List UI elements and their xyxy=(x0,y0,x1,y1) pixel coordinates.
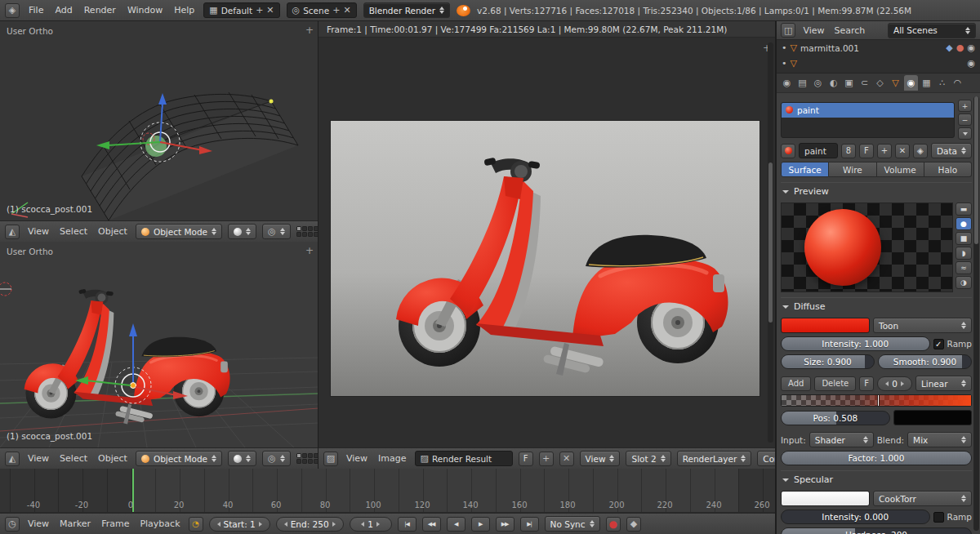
tab-texture[interactable]: ▦ xyxy=(920,75,933,91)
rewind-keyframe-button[interactable]: ◀◀ xyxy=(422,517,441,532)
menu-object[interactable]: Object xyxy=(96,226,130,237)
render-restrict-icon[interactable]: ◉ xyxy=(967,59,975,68)
menu-select[interactable]: Select xyxy=(57,226,90,237)
ramp-add-button[interactable]: Add xyxy=(781,376,811,391)
tab-material[interactable]: ◉ xyxy=(904,75,918,91)
ramp-factor-slider[interactable]: Factor: 1.000 xyxy=(781,451,972,465)
specular-color-swatch[interactable] xyxy=(781,491,870,506)
add-scene-icon[interactable]: + xyxy=(332,6,340,15)
panel-header-preview[interactable]: Preview xyxy=(781,182,972,199)
diffuse-intensity-slider[interactable]: Intensity: 1.000 xyxy=(781,336,930,351)
render-pass-dropdown[interactable]: Combined xyxy=(757,451,775,466)
scene-field[interactable]: ◎ Scene + ✕ xyxy=(287,2,357,18)
screen-layout-field[interactable]: ▦ Default + ✕ xyxy=(203,2,279,18)
specular-ramp-checkbox[interactable] xyxy=(933,512,944,523)
material-slot-list[interactable]: paint xyxy=(781,102,955,138)
new-material-button[interactable]: + xyxy=(877,144,892,158)
tab-object-data[interactable]: ▽ xyxy=(889,75,902,91)
forward-keyframe-button[interactable]: ▶▶ xyxy=(496,517,514,532)
specular-intensity-slider[interactable]: Intensity: 0.000 xyxy=(781,510,930,524)
panel-header-diffuse[interactable]: Diffuse xyxy=(781,297,972,314)
editor-mode-dropdown[interactable]: View xyxy=(580,451,621,466)
menu-frame[interactable]: Frame xyxy=(99,518,131,529)
remove-material-slot-button[interactable]: − xyxy=(958,113,972,126)
ramp-blend-dropdown[interactable]: Mix xyxy=(907,432,972,447)
ramp-index-stepper[interactable]: 0 xyxy=(877,376,912,391)
unlink-material-button[interactable]: ✕ xyxy=(895,144,910,158)
preview-monkey-button[interactable]: ◗ xyxy=(956,247,972,260)
material-name-field[interactable]: paint xyxy=(799,143,838,158)
specular-shader-dropdown[interactable]: CookTorr xyxy=(873,491,972,506)
preview-sphere-button[interactable]: ● xyxy=(956,217,972,230)
menu-render[interactable]: Render xyxy=(82,5,118,16)
preview-range-button[interactable]: ◔ xyxy=(189,517,203,532)
preview-world-button[interactable]: ◑ xyxy=(956,276,972,289)
toon-smooth-slider[interactable]: Smooth: 0.900 xyxy=(878,354,972,369)
viewport-shading-dropdown[interactable] xyxy=(228,451,256,466)
diffuse-color-swatch[interactable] xyxy=(781,318,870,333)
toon-size-slider[interactable]: Size: 0.900 xyxy=(781,354,875,369)
ramp-position-slider[interactable]: Pos: 0.508 xyxy=(781,411,890,425)
preview-hair-button[interactable]: ≈ xyxy=(956,261,972,274)
menu-file[interactable]: File xyxy=(26,5,46,16)
editor-type-button[interactable]: ▨ xyxy=(323,452,338,466)
menu-playback[interactable]: Playback xyxy=(137,518,182,529)
outliner-filter-dropdown[interactable]: All Scenes xyxy=(888,23,976,38)
render-engine-dropdown[interactable]: Blender Render xyxy=(363,2,450,18)
diffuse-ramp-checkbox[interactable]: ✓ xyxy=(933,339,944,349)
viewport-shading-dropdown[interactable] xyxy=(228,224,256,239)
new-image-button[interactable]: + xyxy=(539,452,554,466)
unlink-image-button[interactable]: ✕ xyxy=(559,452,574,466)
close-layout-icon[interactable]: ✕ xyxy=(266,6,274,15)
specular-hardness-slider[interactable]: Hardness: 200 xyxy=(781,527,972,534)
tab-object[interactable]: ▣ xyxy=(842,75,856,91)
image-editor-canvas[interactable]: + xyxy=(318,38,775,447)
type-volume-button[interactable]: Volume xyxy=(877,162,924,177)
menu-help[interactable]: Help xyxy=(172,5,197,16)
menu-image[interactable]: Image xyxy=(376,453,408,464)
mode-dropdown[interactable]: Object Mode xyxy=(136,224,222,239)
menu-object[interactable]: Object xyxy=(96,453,130,464)
type-surface-button[interactable]: Surface xyxy=(781,162,829,177)
region-expand-icon[interactable]: + xyxy=(305,245,314,256)
add-layout-icon[interactable]: + xyxy=(256,6,263,15)
pivot-dropdown[interactable]: ◎ xyxy=(262,224,291,239)
jump-to-start-button[interactable]: |◀ xyxy=(398,517,416,532)
frame-start-field[interactable]: Start: 1 xyxy=(209,517,270,532)
menu-view[interactable]: View xyxy=(344,453,370,464)
browse-material-button[interactable] xyxy=(781,144,795,158)
tab-scene[interactable]: ◎ xyxy=(811,75,825,91)
editor-type-button[interactable]: ◭ xyxy=(5,225,20,239)
outliner-item-partial[interactable]: • ▽ ◉ xyxy=(777,56,980,71)
tab-physics[interactable]: ◠ xyxy=(951,75,964,91)
play-reverse-button[interactable]: ◀ xyxy=(447,517,466,532)
render-slot-dropdown[interactable]: Slot 2 xyxy=(626,451,670,466)
timeline-ruler[interactable]: -40 -20 0 20 40 60 80 100 120 140 160 18… xyxy=(0,469,775,513)
tab-particles[interactable]: ∴ xyxy=(935,75,949,91)
layers-widget[interactable] xyxy=(296,226,318,237)
frame-end-field[interactable]: End: 250 xyxy=(276,517,344,532)
record-button[interactable]: ● xyxy=(606,517,621,532)
menu-marker[interactable]: Marker xyxy=(57,518,93,529)
mode-dropdown[interactable]: Object Mode xyxy=(136,451,222,466)
menu-select[interactable]: Select xyxy=(57,453,90,464)
layers-widget[interactable] xyxy=(296,453,318,464)
diffuse-shader-dropdown[interactable]: Toon xyxy=(873,318,972,333)
pin-id-button[interactable]: ◈ xyxy=(913,144,928,158)
properties-scrollbar[interactable] xyxy=(973,96,979,531)
menu-search[interactable]: Search xyxy=(832,25,868,36)
pivot-dropdown[interactable]: ◎ xyxy=(262,451,291,466)
type-wire-button[interactable]: Wire xyxy=(829,162,876,177)
add-material-slot-button[interactable]: + xyxy=(958,100,972,112)
sync-dropdown[interactable]: No Sync xyxy=(545,516,600,532)
editor-type-button[interactable]: ◭ xyxy=(5,452,20,466)
outliner-item[interactable]: • ▽ marmitta.001 ◆ ● ◉ xyxy=(777,40,980,56)
ramp-stop-marker[interactable] xyxy=(878,395,879,406)
menu-view[interactable]: View xyxy=(25,226,51,237)
material-slot-active[interactable]: paint xyxy=(782,103,954,118)
tab-constraints[interactable]: ⊂ xyxy=(858,75,871,91)
preview-flat-button[interactable]: ▬ xyxy=(956,202,972,216)
menu-window[interactable]: Window xyxy=(125,5,165,16)
menu-view[interactable]: View xyxy=(25,518,51,529)
preview-cube-button[interactable]: ■ xyxy=(956,232,972,245)
